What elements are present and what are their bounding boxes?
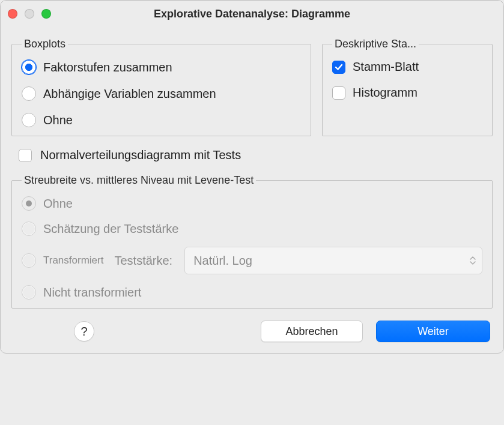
levene-group: Streubreite vs. mittleres Niveau mit Lev…: [11, 174, 493, 309]
help-button[interactable]: ?: [74, 321, 94, 342]
window-title: Explorative Datenanalyse: Diagramme: [1, 8, 503, 20]
chevron-updown-icon: [470, 256, 476, 265]
radio-levene-transformed-row: Transformiert Teststärke: Natürl. Log: [22, 247, 482, 274]
radio-levene-untransformed: Nicht transformiert: [22, 285, 482, 300]
check-stem-leaf[interactable]: Stamm-Blatt: [332, 60, 482, 74]
power-label: Teststärke:: [114, 254, 172, 268]
radio-levene-power-estimate: Schätzung der Teststärke: [22, 222, 482, 236]
stats-legend: Deskriptive Sta...: [332, 38, 419, 50]
button-bar: ? Abbrechen Weiter: [11, 309, 493, 342]
cancel-button[interactable]: Abbrechen: [261, 321, 363, 342]
boxplots-group: Boxplots Faktorstufen zusammen Abhängige…: [11, 38, 311, 136]
dialog-window: Explorative Datenanalyse: Diagramme Boxp…: [0, 0, 504, 354]
radio-none[interactable]: Ohne: [22, 113, 301, 127]
power-select: Natürl. Log: [184, 247, 482, 274]
radio-dependent-vars-together[interactable]: Abhängige Variablen zusammen: [22, 86, 301, 101]
help-icon: ?: [80, 325, 87, 339]
select-value: Natürl. Log: [193, 254, 252, 268]
radio-label: Faktorstufen zusammen: [43, 61, 172, 74]
radio-label: Ohne: [43, 197, 73, 211]
radio-icon: [22, 285, 36, 300]
radio-levene-none: Ohne: [22, 196, 482, 211]
radio-label: Ohne: [43, 113, 73, 127]
checkbox-icon: [332, 61, 345, 74]
radio-icon: [22, 196, 36, 211]
radio-icon: [22, 113, 36, 127]
radio-icon: [22, 222, 36, 236]
checkbox-icon: [19, 149, 32, 162]
levene-legend: Streubreite vs. mittleres Niveau mit Lev…: [22, 174, 256, 187]
check-label: Normalverteilungsdiagramm mit Tests: [40, 148, 241, 162]
continue-button[interactable]: Weiter: [376, 321, 490, 342]
button-label: Abbrechen: [285, 325, 338, 338]
radio-icon: [22, 60, 36, 74]
check-label: Stamm-Blatt: [353, 60, 419, 74]
check-normality-plot[interactable]: Normalverteilungsdiagramm mit Tests: [11, 143, 493, 170]
radio-factor-levels-together[interactable]: Faktorstufen zusammen: [22, 60, 301, 74]
title-bar: Explorative Datenanalyse: Diagramme: [1, 1, 503, 27]
radio-label: Nicht transformiert: [43, 286, 141, 300]
radio-label: Abhängige Variablen zusammen: [43, 87, 216, 101]
check-label: Histogramm: [353, 86, 417, 100]
checkbox-icon: [332, 86, 345, 100]
radio-label: Schätzung der Teststärke: [43, 222, 178, 236]
radio-label: Transformiert: [43, 255, 103, 267]
button-label: Weiter: [417, 325, 449, 338]
check-histogram[interactable]: Histogramm: [332, 86, 482, 100]
radio-icon: [22, 86, 36, 101]
radio-icon: [22, 253, 36, 268]
dialog-content: Boxplots Faktorstufen zusammen Abhängige…: [1, 27, 503, 353]
boxplots-legend: Boxplots: [22, 38, 68, 50]
descriptive-stats-group: Deskriptive Sta... Stamm-Blatt Histogram…: [322, 38, 493, 136]
